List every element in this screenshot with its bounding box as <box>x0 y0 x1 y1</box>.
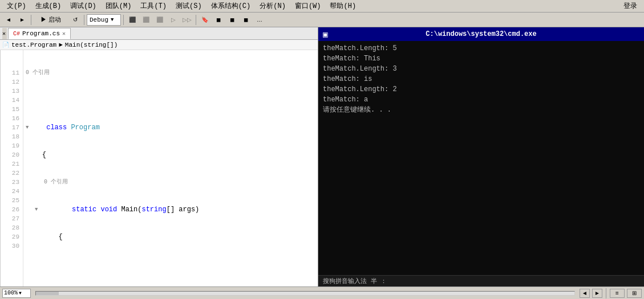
menu-tools[interactable]: 工具(T) <box>136 0 171 12</box>
scrollbar-thumb[interactable] <box>36 292 59 295</box>
cmd-output[interactable]: theMatch.Length: 5 theMatch: This theMat… <box>318 41 644 275</box>
menu-help[interactable]: 帮助(H) <box>325 0 361 12</box>
cmd-title: C:\windows\system32\cmd.exe <box>426 30 536 38</box>
code-ref2: 0 个引用 <box>26 178 318 187</box>
code-line-11: ▼ class Program <box>26 123 318 132</box>
code-line-14: { <box>26 232 318 241</box>
toolbar-back-btn[interactable]: ◄ <box>2 14 15 26</box>
cmd-icon: ▣ <box>323 30 327 39</box>
editor-tabs: ✕ C# Program.cs ✕ <box>0 27 318 40</box>
debug-dropdown[interactable]: Debug ▼ <box>87 14 121 26</box>
zoom-dropdown[interactable]: 100% ▼ <box>2 289 31 298</box>
editor-content[interactable]: 11 12 13 14 15 16 17 18 19 20 21 22 23 2… <box>0 50 318 286</box>
toolbar-btn6[interactable]: ◼ <box>212 14 225 26</box>
cmd-statusbar: 搜狗拼音输入法 半 ： <box>318 275 644 286</box>
toolbar-btn5[interactable]: ▷▷ <box>181 14 193 26</box>
collapse-icon-13[interactable]: ▼ <box>35 205 38 214</box>
cmd-panel: ▣ C:\windows\system32\cmd.exe theMatch.L… <box>318 27 644 286</box>
file-icon: C# <box>13 31 20 37</box>
cmd-ime-status: 搜狗拼音输入法 半 ： <box>323 277 387 285</box>
toolbar-sep3 <box>123 15 124 25</box>
menu-debug[interactable]: 调试(D) <box>66 0 101 12</box>
collapse-icon-11[interactable]: ▼ <box>26 123 29 132</box>
editor-panel: ✕ C# Program.cs ✕ 📄 test.Program ► Main(… <box>0 27 318 286</box>
tab-filename: Program.cs <box>22 30 60 37</box>
toolbar-fwd-btn[interactable]: ► <box>16 14 29 26</box>
toolbar-sep1 <box>31 15 31 25</box>
line-numbers: 11 12 13 14 15 16 17 18 19 20 21 22 23 2… <box>1 50 23 286</box>
program-cs-tab[interactable]: C# Program.cs ✕ <box>8 28 71 39</box>
menu-arch[interactable]: 体系结构(C) <box>206 0 256 12</box>
editor-breadcrumb: 📄 test.Program ► Main(string[]) <box>0 40 318 50</box>
menu-test[interactable]: 测试(S) <box>171 0 206 12</box>
code-line-13: ▼ static void Main(string[] args) <box>26 205 318 214</box>
toolbar-btn4[interactable]: ▷ <box>167 14 180 26</box>
format-btn2[interactable]: ⊞ <box>627 289 642 298</box>
bottom-panel: 100% ▼ ◄ ► ≡ ⊞ <box>0 286 644 299</box>
main-area: ✕ C# Program.cs ✕ 📄 test.Program ► Main(… <box>0 27 644 286</box>
cmd-line-7: 请按任意键继续. . . <box>323 105 639 115</box>
format-btn1[interactable]: ≡ <box>610 289 625 298</box>
indent-btn2[interactable]: ► <box>592 289 602 298</box>
indent-btn1[interactable]: ◄ <box>580 289 590 298</box>
breadcrumb-class[interactable]: test.Program <box>11 42 56 48</box>
toolbar-btn7[interactable]: ◼ <box>226 14 238 26</box>
zoom-label: 100% <box>4 290 18 296</box>
menu-build[interactable]: 生成(B) <box>31 0 66 12</box>
cmd-titlebar: ▣ C:\windows\system32\cmd.exe <box>318 27 644 41</box>
code-blank1 <box>26 96 318 105</box>
menu-bar: 文(P) 生成(B) 调试(D) 团队(M) 工具(T) 测试(S) 体系结构(… <box>0 0 644 13</box>
cmd-line-1: theMatch.Length: 5 <box>323 43 639 54</box>
menu-file[interactable]: 文(P) <box>2 0 31 12</box>
login-button[interactable]: 登录 <box>619 0 642 12</box>
code-line-12: { <box>26 150 318 159</box>
start-button[interactable]: ▶ 启动 <box>34 14 68 26</box>
file-small-icon: 📄 <box>2 42 9 48</box>
toolbar-btn2[interactable]: ⬛ <box>140 14 152 26</box>
toolbar: ◄ ► ▶ 启动 ↺ Debug ▼ ⬛ ⬛ ⬛ ▷ ▷▷ 🔖 ◼ ◼ ◼ … <box>0 13 644 27</box>
cmd-line-4: theMatch: is <box>323 74 639 84</box>
toolbar-refresh[interactable]: ↺ <box>69 14 82 26</box>
menu-analyze[interactable]: 分析(N) <box>255 0 290 12</box>
menu-team[interactable]: 团队(M) <box>101 0 136 12</box>
code-ref1: 0 个引用 <box>26 68 318 77</box>
toolbar-btn1[interactable]: ⬛ <box>126 14 139 26</box>
toolbar-sep4 <box>196 15 196 25</box>
toolbar-btn3[interactable]: ⬛ <box>153 14 166 26</box>
cmd-line-5: theMatch.Length: 2 <box>323 84 639 95</box>
scrollbar-track[interactable] <box>35 291 575 296</box>
menu-window[interactable]: 窗口(W) <box>290 0 326 12</box>
tab-close-icon[interactable]: ✕ <box>62 30 66 37</box>
breadcrumb-method[interactable]: Main(string[]) <box>65 42 118 48</box>
cmd-line-6: theMatch: a <box>323 95 639 105</box>
toolbar-sep2 <box>84 15 84 25</box>
toolbar-btn9[interactable]: … <box>253 14 266 26</box>
cmd-line-2: theMatch: This <box>323 54 639 64</box>
toolbar-bookmark[interactable]: 🔖 <box>199 14 211 26</box>
toolbar-btn8[interactable]: ◼ <box>240 14 252 26</box>
code-editor[interactable]: 0 个引用 ▼ class Program { 0 个引用 ▼ static v… <box>23 50 318 286</box>
code-line-15 <box>26 260 318 269</box>
editor-tab-close-btn: ✕ <box>2 28 7 39</box>
cmd-line-3: theMatch.Length: 3 <box>323 64 639 74</box>
